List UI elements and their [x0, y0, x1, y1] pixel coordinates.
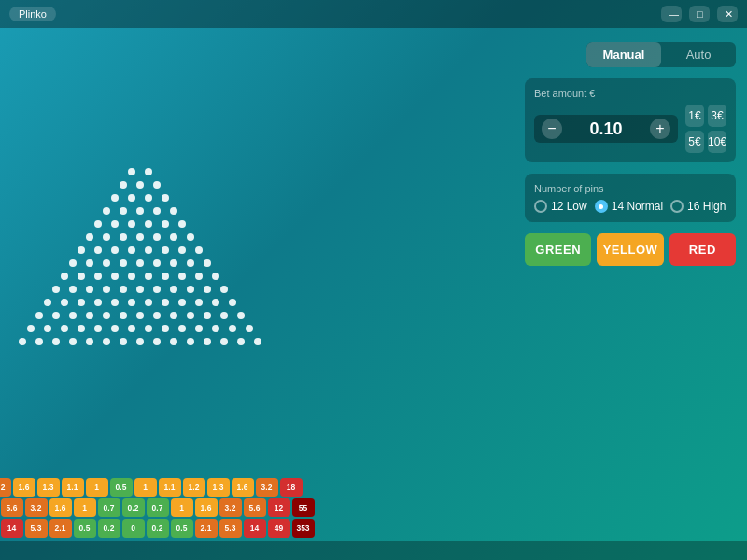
multiplier-cell: 5.3: [219, 519, 242, 538]
multiplier-cell: 1.3: [37, 478, 60, 497]
pin: [61, 299, 68, 306]
quick-bet-button[interactable]: 10€: [708, 131, 726, 153]
pin: [94, 325, 102, 332]
quick-bet-button[interactable]: 1€: [685, 105, 704, 127]
decrease-bet-button[interactable]: −: [542, 119, 562, 139]
pin: [204, 312, 211, 319]
pin: [237, 312, 245, 319]
multiplier-cell: 14: [244, 519, 266, 538]
pin: [111, 246, 119, 254]
pin: [44, 325, 51, 332]
quick-bet-button[interactable]: 5€: [685, 131, 704, 153]
pin: [170, 233, 177, 241]
pin: [220, 338, 228, 345]
multiplier-cell: 0.2: [98, 519, 120, 538]
increase-bet-button[interactable]: +: [650, 119, 670, 139]
radio-label: 16 High: [687, 200, 726, 213]
quick-bets-group: 1€3€5€10€: [685, 105, 726, 153]
radio-label: 14 Normal: [612, 200, 663, 213]
pin: [128, 246, 135, 254]
multiplier-cell: 1.1: [62, 478, 84, 497]
pin: [195, 246, 203, 254]
manual-tab[interactable]: Manual: [586, 42, 661, 67]
multiplier-cell: 5.6: [244, 498, 266, 517]
pin: [128, 194, 135, 202]
multiplier-cell: 0.5: [110, 478, 133, 497]
pin: [69, 259, 77, 267]
pin: [78, 325, 85, 332]
multiplier-cell: 12: [268, 498, 290, 517]
pin: [170, 338, 177, 345]
pin: [204, 259, 211, 267]
pin: [153, 207, 161, 215]
pin: [52, 338, 60, 345]
bottom-bar: [0, 541, 747, 560]
pin: [204, 286, 211, 293]
pin: [120, 338, 127, 345]
pin: [145, 168, 152, 175]
multiplier-cell: 1: [86, 478, 108, 497]
pin: [69, 312, 77, 319]
pin: [195, 273, 203, 280]
yellow-risk-button[interactable]: YELLOW: [597, 233, 663, 266]
pin: [35, 312, 43, 319]
pin: [111, 325, 119, 332]
pin-option-16-high[interactable]: 16 High: [670, 200, 726, 213]
pin: [27, 325, 35, 332]
multiplier-cell: 0.7: [147, 498, 169, 517]
pin: [86, 259, 93, 267]
multiplier-cell: 3.2: [219, 498, 242, 517]
pin-row: [22, 325, 258, 332]
pin: [170, 259, 177, 267]
pin-row: [14, 338, 266, 345]
pin: [162, 273, 169, 280]
pins-section: Number of pins 12 Low14 Normal16 High: [525, 174, 736, 222]
pin-option-12-low[interactable]: 12 Low: [534, 200, 587, 213]
auto-tab[interactable]: Auto: [661, 42, 736, 67]
bet-section: Bet amount € − 0.10 + 1€3€5€10€: [525, 78, 736, 162]
multiplier-cell: 1.6: [49, 498, 72, 517]
pin-option-14-normal[interactable]: 14 Normal: [595, 200, 663, 213]
pin: [153, 233, 161, 241]
radio-circle: [670, 200, 684, 213]
pin: [170, 207, 177, 215]
pin-row: [73, 246, 207, 254]
pin: [103, 259, 110, 267]
quick-bet-button[interactable]: 3€: [708, 105, 726, 127]
multiplier-cell: 1.6: [195, 498, 218, 517]
multiplier-cell: 1.3: [207, 478, 230, 497]
pin: [195, 299, 203, 306]
pin: [120, 259, 127, 267]
pin: [86, 233, 93, 241]
pin: [178, 325, 186, 332]
multiplier-cell: 5.3: [25, 519, 48, 538]
pin: [94, 246, 102, 254]
pin: [128, 168, 135, 175]
pin: [128, 220, 135, 228]
multiplier-cell: 0.5: [171, 519, 193, 538]
multiplier-cell: 1.6: [13, 478, 35, 497]
pin-row: [56, 273, 224, 280]
pin: [145, 273, 152, 280]
pins-container: [28, 47, 252, 467]
pin-row: [31, 312, 249, 319]
pin: [136, 338, 144, 345]
pin: [120, 181, 127, 189]
maximize-button[interactable]: □: [689, 6, 710, 22]
minimize-button[interactable]: —: [661, 6, 682, 22]
pin: [111, 220, 119, 228]
multiplier-cell: 0: [122, 519, 145, 538]
pin: [162, 325, 169, 332]
pin: [86, 286, 93, 293]
red-risk-button[interactable]: RED: [669, 233, 736, 266]
pin: [44, 299, 51, 306]
multiplier-cell: 3.2: [0, 478, 11, 497]
pin: [103, 233, 110, 241]
multiplier-cell: 49: [268, 519, 290, 538]
pin: [120, 207, 127, 215]
green-risk-button[interactable]: GREEN: [525, 233, 591, 266]
logo-label: Plinko: [9, 7, 56, 21]
radio-label: 12 Low: [551, 200, 587, 213]
close-button[interactable]: ✕: [717, 6, 738, 22]
pin: [153, 259, 161, 267]
